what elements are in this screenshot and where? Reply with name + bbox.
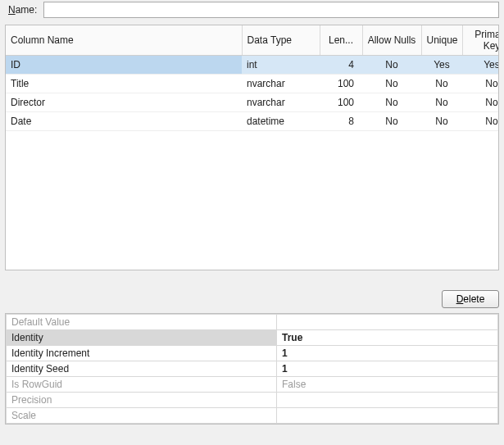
cell-pk[interactable]: No: [462, 93, 499, 112]
property-value[interactable]: False: [277, 377, 498, 393]
property-value[interactable]: [277, 393, 498, 408]
cell-len[interactable]: 100: [320, 93, 362, 112]
spacer: [0, 275, 504, 290]
properties-panel[interactable]: Default ValueIdentityTrueIdentity Increm…: [5, 313, 499, 425]
delete-button[interactable]: Delete: [442, 290, 499, 308]
property-key: Identity Increment: [7, 346, 277, 361]
cell-name[interactable]: ID: [6, 56, 242, 75]
cell-type[interactable]: nvarchar: [242, 75, 320, 93]
table-row[interactable]: Datedatetime8NoNoNo: [6, 112, 499, 131]
name-label: Name:: [8, 4, 37, 16]
header-primary-key[interactable]: Primary Key: [462, 25, 499, 56]
cell-pk[interactable]: No: [462, 75, 499, 93]
cell-len[interactable]: 4: [320, 56, 362, 75]
header-column-name[interactable]: Column Name: [6, 25, 242, 56]
property-row[interactable]: Precision: [7, 393, 498, 408]
cell-pk[interactable]: No: [462, 112, 499, 131]
cell-type[interactable]: nvarchar: [242, 93, 320, 112]
cell-nulls[interactable]: No: [362, 112, 421, 131]
property-row[interactable]: Is RowGuidFalse: [7, 377, 498, 393]
property-row[interactable]: Scale: [7, 408, 498, 424]
cell-type[interactable]: datetime: [242, 112, 320, 131]
button-row: Delete: [0, 290, 504, 313]
property-key: Identity: [7, 330, 277, 346]
table-row[interactable]: IDint4NoYesYes: [6, 56, 499, 75]
cell-name[interactable]: Date: [6, 112, 242, 131]
cell-nulls[interactable]: No: [362, 75, 421, 93]
property-key: Precision: [7, 393, 277, 408]
columns-grid[interactable]: Column Name Data Type Len... Allow Nulls…: [5, 25, 499, 270]
name-input[interactable]: [43, 2, 499, 18]
property-row[interactable]: Identity Seed1: [7, 361, 498, 377]
property-key: Identity Seed: [7, 361, 277, 377]
cell-unique[interactable]: No: [421, 112, 462, 131]
property-row[interactable]: Identity Increment1: [7, 346, 498, 361]
cell-unique[interactable]: No: [421, 93, 462, 112]
cell-nulls[interactable]: No: [362, 56, 421, 75]
property-row[interactable]: Default Value: [7, 315, 498, 330]
property-value[interactable]: 1: [277, 346, 498, 361]
name-field-row: Name:: [0, 0, 504, 23]
property-value[interactable]: 1: [277, 361, 498, 377]
property-key: Scale: [7, 408, 277, 424]
cell-nulls[interactable]: No: [362, 93, 421, 112]
cell-pk[interactable]: Yes: [462, 56, 499, 75]
property-key: Is RowGuid: [7, 377, 277, 393]
cell-name[interactable]: Title: [6, 75, 242, 93]
property-value[interactable]: True: [277, 330, 498, 346]
header-data-type[interactable]: Data Type: [242, 25, 320, 56]
property-value[interactable]: [277, 408, 498, 424]
header-unique[interactable]: Unique: [421, 25, 462, 56]
property-value[interactable]: [277, 315, 498, 330]
cell-unique[interactable]: Yes: [421, 56, 462, 75]
header-allow-nulls[interactable]: Allow Nulls: [362, 25, 421, 56]
cell-unique[interactable]: No: [421, 75, 462, 93]
property-key: Default Value: [7, 315, 277, 330]
cell-name[interactable]: Director: [6, 93, 242, 112]
header-length[interactable]: Len...: [320, 25, 362, 56]
cell-len[interactable]: 100: [320, 75, 362, 93]
table-row[interactable]: Directornvarchar100NoNoNo: [6, 93, 499, 112]
grid-header-row[interactable]: Column Name Data Type Len... Allow Nulls…: [6, 25, 499, 56]
table-row[interactable]: Titlenvarchar100NoNoNo: [6, 75, 499, 93]
cell-len[interactable]: 8: [320, 112, 362, 131]
cell-type[interactable]: int: [242, 56, 320, 75]
property-row[interactable]: IdentityTrue: [7, 330, 498, 346]
